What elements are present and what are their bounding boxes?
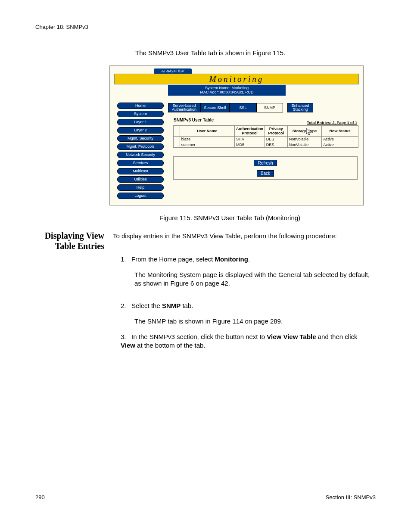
step-text-end: tab. xyxy=(181,302,193,309)
tab-row: Server-based Authentication Secure Shell… xyxy=(168,103,313,112)
tab-snmp[interactable]: SNMP xyxy=(256,103,283,112)
cell-auth: SHA xyxy=(234,137,265,142)
cell-storage: NonVolatile xyxy=(287,142,321,148)
section-footer: Section III: SNMPv3 xyxy=(326,494,376,501)
page-number: 290 xyxy=(35,494,45,501)
step-1: 1. From the Home page, select Monitoring… xyxy=(121,255,371,264)
step-text: Select the xyxy=(131,302,162,309)
nav-mgmt-security[interactable]: Mgmt. Security xyxy=(117,135,164,142)
total-entries-label: Total Entries: 2, Page 1 of 1 xyxy=(307,121,357,125)
nav-services[interactable]: Services xyxy=(117,160,164,166)
col-auth-protocol: Authentication Protocol xyxy=(234,126,265,137)
cell-priv: DES xyxy=(265,137,287,142)
intro-paragraph: The SNMPv3 User Table tab is shown in Fi… xyxy=(135,49,285,56)
col-row-status: Row Status xyxy=(322,126,358,137)
mac-address: MAC Addr: 00:30:84:A8:EF:CD xyxy=(168,90,286,94)
nav-help[interactable]: Help xyxy=(117,184,164,191)
step-bold: Monitoring xyxy=(215,255,248,263)
section-heading-line2: Table Entries xyxy=(55,241,104,251)
tab-enhanced-stacking[interactable]: Enhanced Stacking xyxy=(287,103,313,112)
section-heading: Displaying View Table Entries xyxy=(35,230,104,251)
step-number: 1. xyxy=(121,255,126,263)
step-number: 3. xyxy=(121,333,126,340)
step-2-result: The SNMP tab is shown in Figure 114 on p… xyxy=(134,317,371,326)
nav-system[interactable]: System xyxy=(117,111,164,117)
col-storage-type: Storage Type xyxy=(287,126,321,137)
system-name: System Name: Marketing xyxy=(168,86,286,90)
cell-status: Active xyxy=(322,142,358,148)
cell-storage: NonVolatile xyxy=(287,137,321,142)
col-username: User Name xyxy=(180,126,234,137)
table-header-row: User Name Authentication Protocol Privac… xyxy=(174,126,358,137)
step-text: From the Home page, select xyxy=(131,255,215,263)
cell-auth: MD5 xyxy=(234,142,265,148)
step-bold: View View Table xyxy=(267,333,316,340)
tab-ssl[interactable]: SSL xyxy=(230,103,256,112)
nav-logout[interactable]: Logout xyxy=(117,193,164,199)
step-text-end: . xyxy=(248,255,250,263)
refresh-button[interactable]: Refresh xyxy=(254,160,277,166)
row-select-cell[interactable] xyxy=(174,137,180,142)
step-text-mid: and then click xyxy=(316,333,358,340)
figure-115: AT-9424T/SP Monitoring System Name: Mark… xyxy=(109,65,364,205)
left-nav: Home System Layer 1 Layer 2 Mgmt. Securi… xyxy=(117,103,164,201)
cell-priv: DES xyxy=(265,142,287,148)
table-row: summer MD5 DES NonVolatile Active xyxy=(174,142,358,148)
table-row: blaze SHA DES NonVolatile Active xyxy=(174,137,358,142)
cell-username: summer xyxy=(180,142,234,148)
step-bold-2: View xyxy=(121,342,135,349)
tab-server-auth[interactable]: Server-based Authentication xyxy=(168,103,200,112)
step-bold: SNMP xyxy=(162,302,181,309)
nav-mgmt-protocols[interactable]: Mgmt. Protocols xyxy=(117,143,164,150)
system-info-bar: System Name: Marketing MAC Addr: 00:30:8… xyxy=(168,85,286,96)
snmpv3-user-table: User Name Authentication Protocol Privac… xyxy=(173,125,358,148)
row-select-cell[interactable] xyxy=(174,142,180,148)
col-select xyxy=(174,126,180,137)
nav-layer2[interactable]: Layer 2 xyxy=(117,127,164,134)
step-1-result: The Monitoring System page is displayed … xyxy=(134,271,371,288)
back-button[interactable]: Back xyxy=(257,170,274,177)
step-number: 2. xyxy=(121,302,126,309)
nav-network-security[interactable]: Network Security xyxy=(117,152,164,158)
nav-home[interactable]: Home xyxy=(117,103,164,109)
figure-caption: Figure 115. SNMPv3 User Table Tab (Monit… xyxy=(159,214,300,221)
monitoring-banner: Monitoring xyxy=(114,74,359,84)
section-heading-line1: Displaying View xyxy=(45,231,104,240)
button-panel: Refresh Back xyxy=(173,156,358,180)
chapter-header: Chapter 18: SNMPv3 xyxy=(35,24,88,30)
procedure-intro: To display entries in the SNMPv3 View Ta… xyxy=(113,232,371,240)
nav-multicast[interactable]: Multicast xyxy=(117,168,164,174)
device-model-tab: AT-9424T/SP xyxy=(154,68,192,74)
cell-username: blaze xyxy=(180,137,234,142)
nav-utilities[interactable]: Utilities xyxy=(117,176,164,183)
step-3: 3. In the SNMPv3 section, click the butt… xyxy=(121,333,371,350)
content-title: SNMPv3 User Table xyxy=(174,118,214,122)
step-text: In the SNMPv3 section, click the button … xyxy=(131,333,267,340)
cell-status: Active xyxy=(322,137,358,142)
step-text-end: at the bottom of the tab. xyxy=(135,342,206,349)
nav-layer1[interactable]: Layer 1 xyxy=(117,119,164,125)
tab-secure-shell[interactable]: Secure Shell xyxy=(200,103,230,112)
col-privacy-protocol: Privacy Protocol xyxy=(265,126,287,137)
step-2: 2. Select the SNMP tab. xyxy=(121,302,371,310)
